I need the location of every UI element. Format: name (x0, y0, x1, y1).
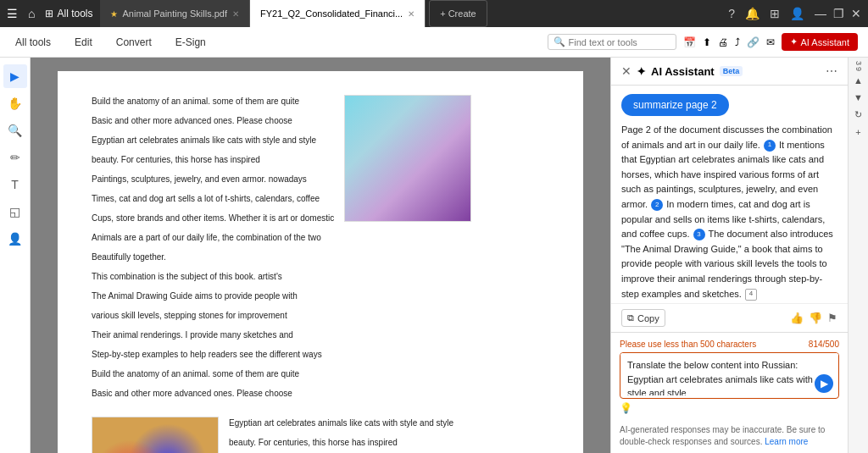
title-bar-right: ? 🔔 ⊞ 👤 — ❐ ✕ (728, 7, 861, 20)
left-sidebar: ▶ ✋ 🔍 ✏ T ◱ 👤 (0, 58, 31, 453)
page-text-5: Paintings, sculptures, jewelry, and even… (92, 173, 334, 185)
document-area: Build the anatomy of an animal. some of … (31, 58, 610, 453)
learn-more-link[interactable]: Learn more (765, 437, 808, 446)
maximize-button[interactable]: ❐ (833, 7, 844, 20)
print-icon[interactable]: 🖨 (718, 36, 728, 48)
page-text-2: Basic and other more advanced ones. Plea… (92, 114, 334, 127)
scroll-down-icon[interactable]: ▼ (851, 90, 865, 105)
thumbs-down-icon[interactable]: 👎 (809, 312, 822, 324)
window-controls: — ❐ ✕ (815, 7, 861, 20)
input-footer: 💡 (620, 402, 839, 414)
page-text-14: Step-by-step examples to help readers se… (92, 348, 334, 361)
page-text-6: Times, cat and dog art sells a lot of t-… (92, 192, 334, 205)
search-icon: 🔍 (554, 36, 565, 47)
sidebar-icon-select[interactable]: ▶ (3, 64, 27, 88)
ref-2: 2 (651, 199, 663, 211)
scroll-up-icon[interactable]: ▲ (851, 73, 865, 88)
sidebar-icon-text[interactable]: T (3, 173, 27, 196)
ai-input-field[interactable]: Translate the below content into Russian… (620, 353, 838, 395)
title-bar-left: ☰ ⌂ ⊞ All tools (7, 7, 93, 20)
page-image-watercolor (344, 95, 471, 222)
ai-panel-title: ✦ AI Assistant Beta (637, 65, 821, 78)
page-text-16: Basic and other more advanced ones. Plea… (92, 387, 334, 400)
home-icon[interactable]: ⌂ (28, 7, 35, 20)
tab-close-icon-2[interactable]: ✕ (408, 9, 415, 19)
mail-icon[interactable]: ✉ (766, 36, 775, 48)
zoom-in-icon[interactable]: + (853, 124, 863, 140)
upload-icon[interactable]: ⬆ (703, 36, 711, 48)
main-area: ▶ ✋ 🔍 ✏ T ◱ 👤 Build the anatomy of an an… (0, 58, 868, 453)
bell-icon[interactable]: 🔔 (745, 7, 760, 20)
more-options-icon[interactable]: ⋯ (826, 64, 837, 78)
sidebar-icon-pen[interactable]: ✏ (3, 146, 27, 169)
page2-text-1: Egyptian art celebrates animals like cat… (229, 417, 549, 429)
refresh-icon[interactable]: ↻ (852, 107, 865, 123)
help-icon[interactable]: ? (728, 7, 735, 20)
new-tab-button[interactable]: + Create (429, 0, 487, 27)
page-text-4: beauty. For centuries, this horse has in… (92, 153, 334, 166)
minimize-button[interactable]: — (815, 7, 826, 20)
sparkle-icon-panel: ✦ (637, 65, 646, 78)
page-text-13: Their animal renderings. I provide many … (92, 329, 334, 341)
ai-input-area: Please use less than 500 characters 814/… (611, 332, 848, 421)
bulb-icon: 💡 (620, 402, 632, 414)
toolbar-convert[interactable]: Convert (111, 33, 157, 52)
page-text-left: Build the anatomy of an animal. some of … (92, 95, 334, 406)
page-text-8: Animals are a part of our daily life, th… (92, 231, 334, 244)
document-page-1: Build the anatomy of an animal. some of … (58, 71, 583, 453)
page-text-7: Cups, store brands and other items. Whet… (92, 212, 334, 224)
toolbar-alltools[interactable]: All tools (10, 33, 56, 52)
page-bottom-text: Egyptian art celebrates animals like cat… (229, 417, 549, 453)
toolbar-edit[interactable]: Edit (70, 33, 97, 52)
disclaimer-text: AI-generated responses may be inaccurate… (611, 421, 848, 453)
right-num-9: 9 (854, 67, 863, 71)
page-ref-4: 4 (745, 289, 757, 301)
toolbar: All tools Edit Convert E-Sign 🔍 📅 ⬆ 🖨 ⤴ … (0, 27, 868, 58)
copy-button[interactable]: ⧉ Copy (621, 309, 665, 327)
toolbar-esign[interactable]: E-Sign (170, 33, 211, 52)
ai-feedback: 👍 👎 ⚑ (790, 312, 837, 324)
avatar[interactable]: 👤 (790, 7, 804, 20)
page-text-11: The Animal Drawing Guide aims to provide… (92, 290, 334, 302)
menu-icon[interactable]: ☰ (7, 7, 18, 20)
ref-3: 3 (693, 229, 705, 240)
close-button[interactable]: ✕ (851, 7, 861, 20)
ai-assistant-button[interactable]: ✦ AI Assistant (782, 33, 858, 51)
tabs-area: ★ Animal Painting Skills.pdf ✕ FY21_Q2_C… (100, 0, 722, 27)
sidebar-icon-hand[interactable]: ✋ (3, 91, 27, 115)
tab-star-icon: ★ (110, 9, 118, 19)
right-sidebar: 3 9 ▲ ▼ ↻ + (848, 58, 868, 453)
thumbs-up-icon[interactable]: 👍 (790, 312, 804, 324)
flag-icon[interactable]: ⚑ (827, 312, 837, 324)
page-text-9: Beautifully together. (92, 251, 334, 263)
right-num-3: 3 (854, 61, 863, 65)
tab-animal-painting[interactable]: ★ Animal Painting Skills.pdf ✕ (100, 0, 251, 27)
tab-close-icon[interactable]: ✕ (232, 9, 239, 19)
apps-icon[interactable]: ⊞ (770, 7, 780, 20)
ai-response-text: Page 2 of the document discusses the com… (621, 123, 837, 301)
all-tools-button[interactable]: ⊞ All tools (45, 8, 92, 19)
link-icon[interactable]: 🔗 (747, 36, 760, 48)
sidebar-icon-shape[interactable]: ◱ (3, 200, 27, 224)
send-button[interactable]: ▶ (815, 374, 833, 393)
tab-fy21[interactable]: FY21_Q2_Consolidated_Financi... ✕ (250, 0, 426, 27)
sidebar-icon-zoom[interactable]: 🔍 (3, 119, 27, 142)
beta-badge: Beta (720, 66, 743, 76)
page2-text-2: beauty. For centuries, this horse has in… (229, 436, 549, 449)
summarize-button[interactable]: summarize page 2 (621, 94, 729, 116)
page-text-1: Build the anatomy of an animal. some of … (92, 95, 334, 108)
sidebar-icon-user[interactable]: 👤 (3, 227, 27, 251)
page-bottom-section: Egyptian art celebrates animals like cat… (92, 417, 549, 453)
calendar-icon[interactable]: 📅 (683, 36, 696, 48)
input-box-wrapper: Translate the below content into Russian… (620, 352, 839, 399)
find-input[interactable] (569, 37, 670, 47)
share-icon[interactable]: ⤴ (735, 36, 740, 48)
char-count: 814/500 (809, 340, 839, 349)
ai-panel-close-icon[interactable]: ✕ (621, 64, 632, 78)
page-text-15: Build the anatomy of an animal. some of … (92, 367, 334, 380)
ref-1: 1 (764, 140, 776, 152)
ai-panel-body: summarize page 2 Page 2 of the document … (611, 86, 848, 303)
page-text-12: various skill levels, stepping stones fo… (92, 309, 334, 322)
title-bar: ☰ ⌂ ⊞ All tools ★ Animal Painting Skills… (0, 0, 868, 27)
page-layout-top: Build the anatomy of an animal. some of … (92, 95, 549, 406)
